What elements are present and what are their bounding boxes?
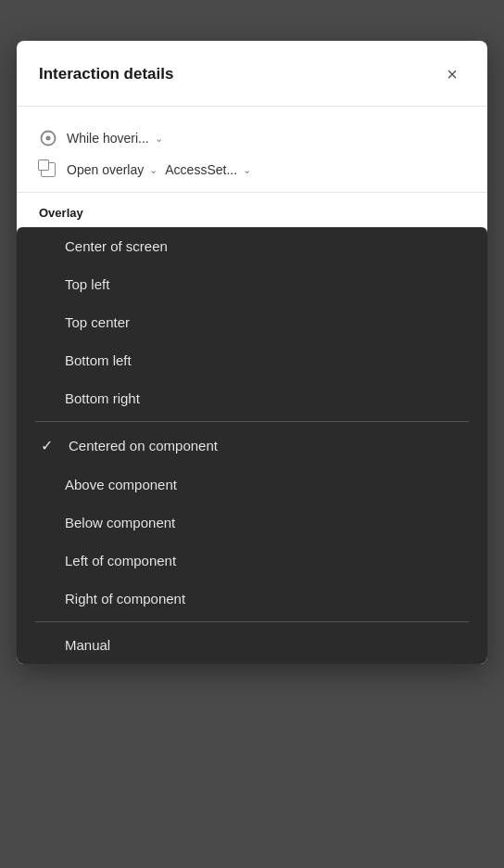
menu-item-label: Centered on component (69, 438, 218, 453)
menu-item-label: Bottom left (65, 352, 132, 368)
svg-point-1 (46, 136, 51, 141)
menu-item-label: Left of component (65, 553, 176, 568)
menu-item-top-left[interactable]: Top left (17, 265, 487, 303)
menu-item-centered-component[interactable]: ✓Centered on component (17, 426, 487, 466)
menu-item-label: Above component (65, 477, 177, 492)
trigger-label: While hoveri... (67, 131, 149, 146)
close-button[interactable]: × (439, 61, 465, 87)
overlay-icon (41, 162, 56, 177)
action-target-label: AccessSet... (165, 162, 237, 177)
overlay-section-title: Overlay (17, 193, 487, 220)
interaction-details-modal: Interaction details × While hoveri... ⌄ (17, 41, 487, 664)
action-target-chevron-icon: ⌄ (243, 164, 251, 176)
close-icon: × (447, 64, 458, 85)
action-label: Open overlay (67, 162, 144, 177)
trigger-row: While hoveri... ⌄ (39, 121, 465, 155)
trigger-dropdown[interactable]: While hoveri... ⌄ (67, 131, 163, 146)
menu-item-right-component[interactable]: Right of component (17, 580, 487, 618)
menu-item-above-component[interactable]: Above component (17, 466, 487, 504)
menu-item-label: Top center (65, 314, 130, 330)
checkmark-icon: ✓ (35, 437, 57, 454)
overlay-position-menu: Center of screenTop leftTop centerBottom… (17, 227, 487, 664)
menu-item-bottom-left[interactable]: Bottom left (17, 341, 487, 379)
action-target-dropdown[interactable]: AccessSet... ⌄ (165, 162, 251, 177)
menu-item-top-center[interactable]: Top center (17, 303, 487, 341)
action-row: Open overlay ⌄ AccessSet... ⌄ (39, 155, 465, 192)
menu-item-below-component[interactable]: Below component (17, 504, 487, 542)
menu-item-label: Center of screen (65, 238, 168, 254)
menu-item-label: Bottom right (65, 390, 140, 406)
modal-header: Interaction details × (17, 41, 487, 107)
action-dropdowns: Open overlay ⌄ AccessSet... ⌄ (67, 162, 465, 177)
menu-item-left-component[interactable]: Left of component (17, 542, 487, 580)
menu-item-label: Top left (65, 276, 109, 292)
menu-item-manual[interactable]: Manual (17, 626, 487, 664)
menu-item-label: Right of component (65, 591, 185, 606)
trigger-chevron-icon: ⌄ (155, 133, 163, 145)
menu-item-label: Manual (65, 637, 110, 653)
modal-content: While hoveri... ⌄ Open overlay ⌄ AccessS… (17, 107, 487, 192)
menu-item-bottom-right[interactable]: Bottom right (17, 379, 487, 417)
menu-item-center-screen[interactable]: Center of screen (17, 227, 487, 265)
action-type-dropdown[interactable]: Open overlay ⌄ (67, 162, 158, 177)
action-chevron-icon: ⌄ (149, 164, 158, 176)
modal-title: Interaction details (39, 65, 173, 83)
menu-item-label: Below component (65, 515, 175, 530)
menu-separator (35, 621, 469, 622)
circle-dot-icon (40, 130, 57, 147)
action-icon (39, 160, 57, 179)
menu-separator (35, 421, 469, 422)
trigger-icon (39, 129, 57, 147)
